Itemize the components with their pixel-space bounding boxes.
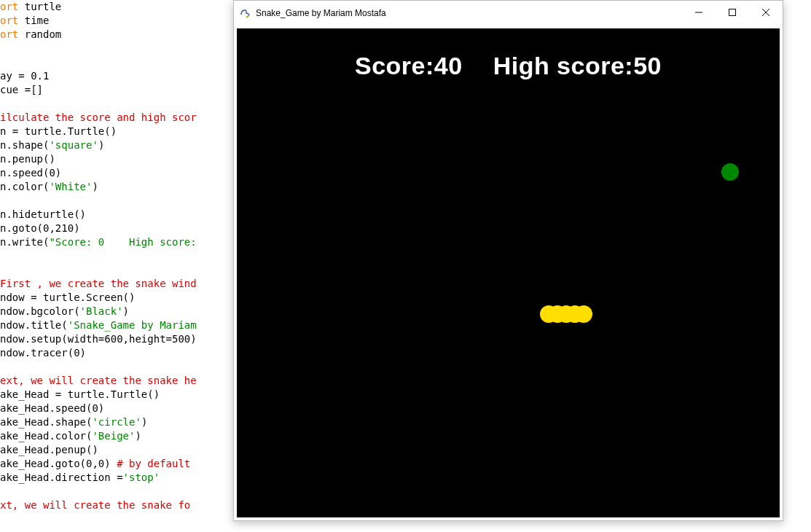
close-button[interactable] xyxy=(749,1,783,24)
code-string: "Score: 0 High score: xyxy=(49,236,196,248)
code-string: 'square' xyxy=(49,139,98,151)
code-line: n.hideturtle() xyxy=(0,208,86,220)
titlebar[interactable]: Snake_Game by Mariam Mostafa xyxy=(234,1,783,26)
code-string: 'Black' xyxy=(80,305,123,317)
code-module: turtle xyxy=(25,1,62,12)
code-line: ake_Head.penup() xyxy=(0,444,98,455)
score-value: 40 xyxy=(434,52,463,79)
svg-rect-1 xyxy=(729,9,736,16)
code-line: ndow.title( xyxy=(0,319,68,331)
game-canvas[interactable]: Score:40High score:50 xyxy=(237,28,780,517)
code-comment: ilculate the score and high scor xyxy=(0,112,197,123)
code-line: ndow.setup(width=600,height=500) xyxy=(0,333,197,345)
code-comment: xt, we will create the snake fo xyxy=(0,499,190,511)
code-line: ake_Head.speed(0) xyxy=(0,402,104,414)
app-icon xyxy=(240,7,251,19)
code-string: 'circle' xyxy=(92,416,141,428)
code-line: ake_Head.shape( xyxy=(0,416,92,428)
code-string: 'Snake_Game by Mariam xyxy=(68,319,197,331)
score-label: Score: xyxy=(355,52,434,79)
snake-food xyxy=(721,163,739,181)
code-line: cue =[] xyxy=(0,84,43,95)
code-line: ndow.tracer(0) xyxy=(0,347,86,359)
code-string: 'Beige' xyxy=(92,430,135,442)
code-string: 'stop' xyxy=(123,472,160,483)
snake-head xyxy=(575,305,592,323)
high-score-value: 50 xyxy=(633,52,662,79)
code-keyword: ort xyxy=(0,15,25,26)
window-controls xyxy=(682,1,783,26)
code-line: ake_Head.goto(0,0) xyxy=(0,458,117,469)
code-line: n.color( xyxy=(0,181,49,192)
code-line: ay = 0.1 xyxy=(0,70,49,82)
code-line: n.speed(0) xyxy=(0,167,61,179)
code-line: ndow = turtle.Screen() xyxy=(0,292,135,303)
code-line: ndow.bgcolor( xyxy=(0,305,80,317)
code-line: ake_Head.color( xyxy=(0,430,92,442)
code-line: ) xyxy=(92,181,98,192)
code-line: ) xyxy=(135,430,141,442)
code-comment: First , we create the snake wind xyxy=(0,278,197,289)
high-score-label: High score: xyxy=(493,52,634,79)
code-line: n = turtle.Turtle() xyxy=(0,125,117,137)
code-line: ) xyxy=(123,305,129,317)
window-title: Snake_Game by Mariam Mostafa xyxy=(256,8,682,18)
code-line: ake_Head.direction = xyxy=(0,472,123,483)
code-line: n.shape( xyxy=(0,139,49,151)
code-line: n.penup() xyxy=(0,153,55,165)
maximize-button[interactable] xyxy=(716,1,749,24)
code-line: ) xyxy=(98,139,104,151)
score-display: Score:40High score:50 xyxy=(237,52,780,80)
code-line: ake_Head = turtle.Turtle() xyxy=(0,388,160,400)
code-comment: # by default xyxy=(117,458,190,469)
code-keyword: ort xyxy=(0,1,25,12)
code-string: 'White' xyxy=(49,181,92,192)
code-keyword: ort xyxy=(0,28,25,40)
game-window: Snake_Game by Mariam Mostafa Score:40Hig… xyxy=(233,0,783,521)
code-module: random xyxy=(25,28,62,40)
code-line: n.write( xyxy=(0,236,49,248)
code-line: n.goto(0,210) xyxy=(0,222,80,234)
code-module: time xyxy=(25,15,50,26)
code-comment: ext, we will create the snake he xyxy=(0,375,197,386)
code-line: ) xyxy=(141,416,147,428)
minimize-button[interactable] xyxy=(682,1,716,24)
